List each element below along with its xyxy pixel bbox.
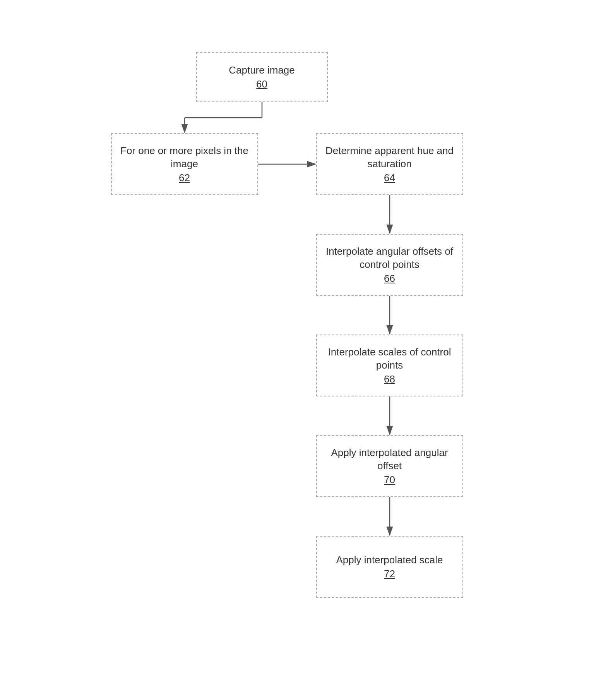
- flowchart: Capture image 60 For one or more pixels …: [88, 36, 514, 679]
- diagram-container: Capture image 60 For one or more pixels …: [88, 21, 514, 679]
- arrows-svg: [88, 36, 514, 656]
